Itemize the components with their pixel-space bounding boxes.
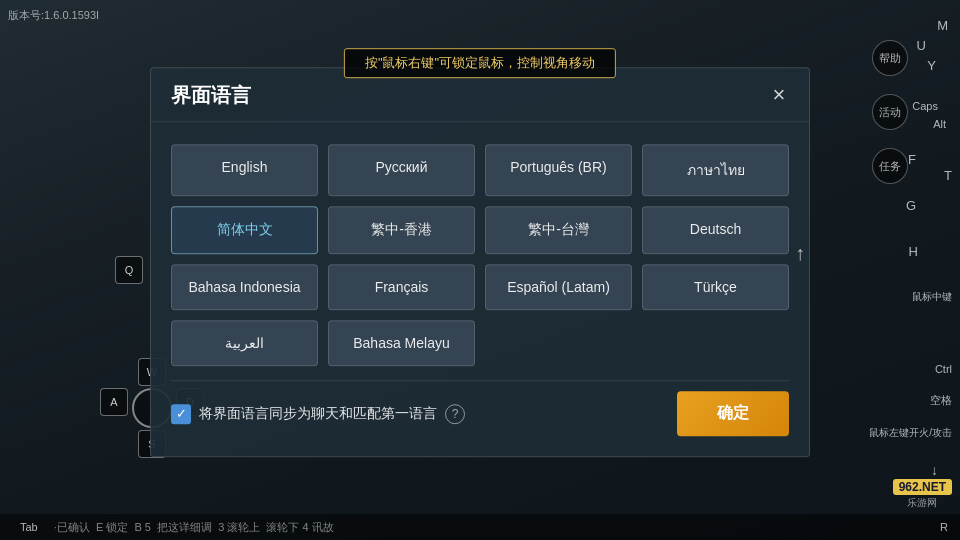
watermark-area: 962.NET 乐游网 (893, 479, 952, 510)
a-key[interactable]: A (100, 388, 128, 416)
down-arrow-hint: ↓ (931, 462, 938, 478)
quest-icon-btn[interactable]: 任务 (872, 148, 908, 184)
m-key-hint: M (937, 18, 948, 33)
dialog-footer: ✓ 将界面语言同步为聊天和匹配第一语言 ? 确定 (151, 381, 809, 436)
lang-btn-spanish_latam[interactable]: Español (Latam) (485, 264, 632, 310)
side-icon-buttons: 帮助 活动 任务 (872, 40, 908, 184)
language-dialog: 按"鼠标右键"可锁定鼠标，控制视角移动 界面语言 × EnglishРусски… (150, 67, 810, 457)
help-icon-btn[interactable]: 帮助 (872, 40, 908, 76)
sync-checkbox-area[interactable]: ✓ 将界面语言同步为聊天和匹配第一语言 ? (171, 404, 667, 424)
r-key-label: R (940, 521, 948, 533)
language-grid: EnglishРусскийPortuguês (BR)ภาษาไทย简体中文繁… (151, 122, 809, 380)
activity-icon-btn[interactable]: 活动 (872, 94, 908, 130)
y-key-hint: Y (927, 58, 936, 73)
g-key-hint: G (906, 198, 916, 213)
watermark-logo: 962.NET (893, 479, 952, 495)
u-key-hint: U (917, 38, 926, 53)
lang-btn-portuguese_br[interactable]: Português (BR) (485, 144, 632, 196)
watermark-subtitle: 乐游网 (893, 496, 952, 510)
lang-btn-bahasa_indonesia[interactable]: Bahasa Indonesia (171, 264, 318, 310)
lang-btn-turkish[interactable]: Türkçe (642, 264, 789, 310)
version-text: 版本号:1.6.0.1593I (8, 8, 99, 23)
f-key-hint: F (908, 152, 916, 167)
dialog-close-button[interactable]: × (765, 81, 793, 109)
space-hint: 空格 (930, 393, 952, 408)
caps-key-hint: Caps (912, 100, 938, 112)
mouse-middle-hint: 鼠标中键 (912, 290, 952, 304)
dialog-header: 界面语言 × (151, 68, 809, 122)
q-key[interactable]: Q (115, 256, 143, 284)
lang-btn-english[interactable]: English (171, 144, 318, 196)
confirm-button[interactable]: 确定 (677, 391, 789, 436)
lang-btn-arabic[interactable]: العربية (171, 320, 318, 366)
dialog-title: 界面语言 (171, 82, 251, 109)
scroll-up-arrow[interactable]: ↑ (795, 242, 805, 265)
help-question-icon[interactable]: ? (445, 404, 465, 424)
bottom-bar: Tab ·已确认 E 锁定 B 5 把这详细调 3 滚轮上 滚轮下 4 讯故 R (0, 514, 960, 540)
ctrl-hint: Ctrl (935, 363, 952, 375)
lang-btn-bahasa_melayu[interactable]: Bahasa Melayu (328, 320, 475, 366)
lang-btn-traditional_tw[interactable]: 繁中-台灣 (485, 206, 632, 254)
lang-btn-french[interactable]: Français (328, 264, 475, 310)
sync-label: 将界面语言同步为聊天和匹配第一语言 (199, 405, 437, 423)
lang-btn-traditional_hk[interactable]: 繁中-香港 (328, 206, 475, 254)
lang-btn-thai[interactable]: ภาษาไทย (642, 144, 789, 196)
lang-btn-simplified_chinese[interactable]: 简体中文 (171, 206, 318, 254)
t-key-hint: T (944, 168, 952, 183)
mouse-left-hint: 鼠标左键开火/攻击 (869, 426, 952, 440)
bottom-hint-text: ·已确认 E 锁定 B 5 把这详细调 3 滚轮上 滚轮下 4 讯故 (54, 520, 334, 535)
h-key-hint: H (909, 244, 918, 259)
lang-btn-russian[interactable]: Русский (328, 144, 475, 196)
alt-key-hint: Alt (933, 118, 946, 130)
tab-key-label: Tab (20, 521, 38, 533)
checkbox-icon[interactable]: ✓ (171, 404, 191, 424)
lang-btn-german[interactable]: Deutsch (642, 206, 789, 254)
